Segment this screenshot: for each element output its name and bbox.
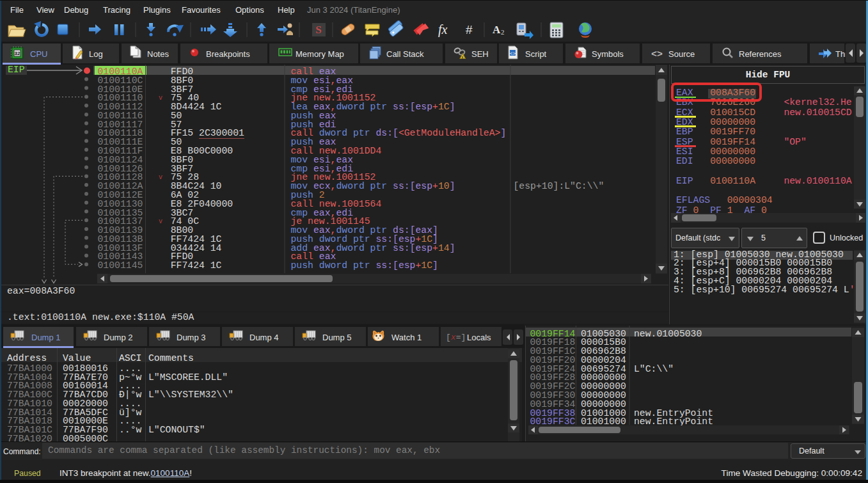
svg-text:<>: <> bbox=[651, 49, 663, 60]
svg-text:[x=]: [x=] bbox=[446, 333, 466, 342]
svg-text:#: # bbox=[466, 23, 473, 36]
svg-text:2: 2 bbox=[501, 28, 505, 36]
svg-text:fx: fx bbox=[438, 22, 448, 37]
svg-text:S: S bbox=[315, 24, 321, 36]
svg-text:<>: <> bbox=[510, 51, 516, 56]
svg-text:32: 32 bbox=[15, 51, 20, 56]
svg-text:!: ! bbox=[462, 55, 464, 61]
svg-text:A: A bbox=[493, 24, 501, 36]
